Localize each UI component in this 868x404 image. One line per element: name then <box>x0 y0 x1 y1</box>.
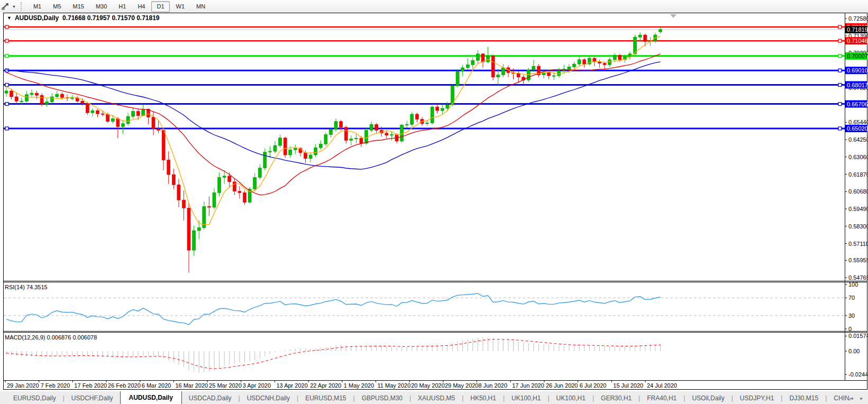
moving-averages <box>6 36 661 225</box>
timeframe-toolbar: ▼ M1M5M15M30H1H4D1W1MN <box>0 0 868 13</box>
chart-tab-china300-h4[interactable]: CHINA300,H4 <box>827 392 851 404</box>
level-anchor <box>5 54 8 58</box>
timeframe-button-h1[interactable]: H1 <box>113 1 131 12</box>
level-anchor <box>838 39 842 42</box>
level-anchor <box>838 127 842 130</box>
price-tick-label: 0.57110 <box>848 241 868 247</box>
rsi-tick-label: 100 <box>848 281 858 288</box>
price-tick-label: 0.72580 <box>848 15 868 22</box>
chart-tab-usdjpy-h1[interactable]: USDJPY,H1 <box>733 392 781 404</box>
macd-tick-label: -0.024412 <box>848 371 868 378</box>
tab-scroll-left-icon[interactable]: ◂ <box>851 396 853 401</box>
timeframe-button-mn[interactable]: MN <box>191 1 211 12</box>
date-tick-label: 17 Feb 2020 <box>74 382 107 389</box>
date-tick-label: 15 Jul 2020 <box>613 382 643 389</box>
price-tick-label: 0.54765 <box>848 274 868 281</box>
trading-terminal: ▼ M1M5M15M30H1H4D1W1MN 0.725800.713900.7… <box>0 0 868 404</box>
date-tick-label: 29 May 2020 <box>445 382 479 389</box>
macd-signal-line <box>6 339 661 369</box>
ohlc-low: 0.71570 <box>112 14 134 22</box>
chart-tab-eurusd-m15[interactable]: EURUSD,M15 <box>298 392 353 404</box>
timeframe-button-w1[interactable]: W1 <box>171 1 190 12</box>
ohlc-close: 0.71819 <box>136 14 159 22</box>
date-tick-label: 11 May 2020 <box>378 382 411 389</box>
macd-tick-label: 0.00 <box>848 348 860 354</box>
ohlc-open: 0.71668 <box>62 14 85 22</box>
level-anchor <box>838 69 842 72</box>
candles <box>5 27 662 273</box>
symbol-period: AUDUSD,Daily <box>15 14 59 22</box>
timeframe-button-m5[interactable]: M5 <box>48 1 66 12</box>
level-anchor <box>5 39 8 42</box>
timeframe-button-m30[interactable]: M30 <box>90 1 112 12</box>
chevron-down-icon[interactable]: ▼ <box>11 5 19 8</box>
chart-tab-eurusd-daily[interactable]: EURUSD,Daily <box>6 392 63 404</box>
level-price-label: 0.68017 <box>847 82 868 88</box>
level-anchor <box>5 25 8 29</box>
date-tick-label: 7 Feb 2020 <box>41 382 70 389</box>
date-tick-label: 1 May 2020 <box>344 382 374 389</box>
level-anchor <box>5 127 8 130</box>
indicator-caret-icon: ▼ <box>7 15 12 21</box>
chart-shift-marker-icon[interactable] <box>670 14 677 18</box>
chart-tab-usdcnh-daily[interactable]: USDCNH,Daily <box>240 392 297 404</box>
macd-histogram <box>6 337 660 373</box>
price-tick-label: 0.60680 <box>848 188 868 195</box>
level-price-label: 0.70007 <box>847 53 868 59</box>
level-anchor <box>838 84 842 87</box>
chart-tab-usdchf-daily[interactable]: USDCHF,Daily <box>65 392 120 404</box>
date-tick-label: 20 May 2020 <box>411 382 445 389</box>
date-tick-label: 29 Jan 2020 <box>7 382 39 389</box>
macd-indicator-label: MACD(12,26,9) 0.006876 0.006078 <box>5 334 97 341</box>
chart-tab-fra40-h1[interactable]: FRA40,H1 <box>640 392 683 404</box>
chart-tab-uk100-h1[interactable]: UK100,H1 <box>505 392 547 404</box>
toolbar-icon-group[interactable]: ▼ <box>0 0 19 13</box>
tab-scroll-right-icon[interactable]: ▸ <box>860 396 863 401</box>
level-price-label: 0.66706 <box>847 101 868 107</box>
chart-tabs: EURUSD,Daily|USDCHF,DailyAUDUSD,DailyUSD… <box>0 391 851 404</box>
chart-tab-bar: EURUSD,Daily|USDCHF,DailyAUDUSD,DailyUSD… <box>0 391 868 404</box>
rsi-indicator-label: RSI(14) 74.3515 <box>5 284 48 290</box>
timeframe-button-d1[interactable]: D1 <box>151 1 169 12</box>
chart-canvas[interactable]: 0.725800.713900.702000.690100.678200.666… <box>0 13 868 390</box>
level-anchor <box>838 54 842 58</box>
current-price-label: 0.71819 <box>847 26 868 33</box>
date-tick-label: 25 Mar 2020 <box>209 382 242 389</box>
chart-tab-dj30-m15[interactable]: DJ30,M15 <box>782 392 825 404</box>
level-price-label: 0.69010 <box>847 67 868 74</box>
price-tick-label: 0.64250 <box>848 136 868 143</box>
date-tick-label: 26 Feb 2020 <box>108 382 141 389</box>
date-tick-label: 13 Apr 2020 <box>276 382 307 389</box>
chart-tab-ger30-h1[interactable]: GER30,H1 <box>594 392 638 404</box>
date-tick-label: 6 Mar 2020 <box>142 382 171 389</box>
chart-window[interactable]: 0.725800.713900.702000.690100.678200.666… <box>0 13 868 390</box>
rsi-tick-label: 0 <box>848 326 852 332</box>
price-tick-label: 0.58300 <box>848 223 868 229</box>
toolbar-grip <box>21 2 24 11</box>
rsi-line <box>6 293 661 325</box>
chart-pointer-icon[interactable] <box>1 2 11 11</box>
timeframe-button-h4[interactable]: H4 <box>132 1 150 12</box>
rsi-tick-label: 70 <box>848 295 855 301</box>
macd-tick-label: 0.015741 <box>848 333 868 339</box>
date-tick-label: 22 Apr 2020 <box>310 382 341 389</box>
level-anchor <box>5 84 8 87</box>
chart-tab-usoil-daily[interactable]: USOil,Daily <box>685 392 731 404</box>
chart-tab-uk100-h1[interactable]: UK100,H1 <box>550 392 592 404</box>
timeframe-button-m15[interactable]: M15 <box>68 1 89 12</box>
date-tick-label: 3 Apr 2020 <box>243 382 271 389</box>
chart-tab-usdcad-daily[interactable]: USDCAD,Daily <box>182 392 239 404</box>
date-tick-label: 16 Mar 2020 <box>175 382 208 389</box>
level-anchor <box>5 103 8 106</box>
chart-tab-hk50-h1[interactable]: HK50,H1 <box>463 392 503 404</box>
chart-tab-xauusd-m5[interactable]: XAUUSD,M5 <box>411 392 462 404</box>
chart-tab-audusd-daily[interactable]: AUDUSD,Daily <box>120 391 182 404</box>
rsi-tick-label: 30 <box>848 313 855 319</box>
level-price-label: 0.71046 <box>847 38 868 44</box>
level-anchor <box>838 25 842 29</box>
chart-tab-gbpusd-m30[interactable]: GBPUSD,M30 <box>355 392 409 404</box>
price-tick-label: 0.55955 <box>848 257 868 263</box>
timeframe-button-m1[interactable]: M1 <box>28 1 47 12</box>
date-tick-label: 26 Jun 2020 <box>546 382 578 389</box>
tab-scroll-controls: ◂ ▸ <box>851 391 868 404</box>
